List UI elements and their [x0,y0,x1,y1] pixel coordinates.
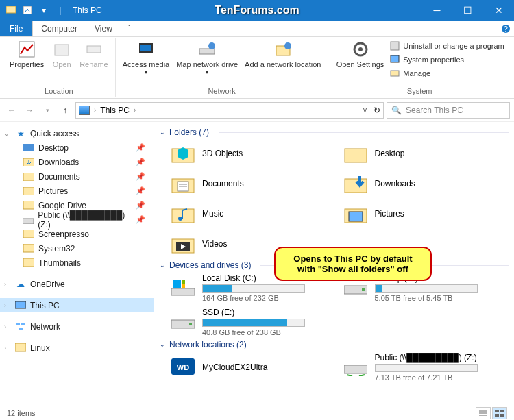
open-button[interactable]: Open [48,38,75,71]
tab-view[interactable]: View [86,21,121,36]
qat-dropdown-icon[interactable]: ▾ [38,5,49,16]
add-location-icon [273,40,293,59]
netloc-item[interactable]: WD MyCloudEX2Ultra [171,352,336,382]
pin-icon: 📌 [136,172,145,181]
manage-button[interactable]: Manage [388,67,505,79]
folder-label: Downloads [375,179,415,188]
svg-rect-20 [23,173,34,181]
netloc-item[interactable]: Public (\\█████████) (Z:)7.13 TB free of… [343,352,509,382]
svg-rect-52 [362,288,365,291]
sidebar-item-documents[interactable]: Documents📌 [0,169,154,184]
folder-icon [343,171,368,196]
details-view-button[interactable] [476,407,491,419]
folder-item[interactable]: Desktop [343,140,509,167]
sidebar-item-pictures[interactable]: Pictures📌 [0,184,154,198]
drive-free-text: 5.05 TB free of 5.45 TB [375,294,509,302]
folder-label: Pictures [375,209,404,219]
sidebar-item-downloads[interactable]: Downloads📌 [0,155,154,169]
media-icon [136,40,156,59]
svg-rect-34 [345,149,367,162]
svg-rect-28 [16,323,20,325]
folder-item[interactable]: Music [171,200,336,227]
group-folders[interactable]: ⌄Folders (7) [160,125,509,140]
back-button[interactable]: ← [4,103,19,118]
sidebar-item-thumbnails[interactable]: Thumbnails [0,256,154,270]
pc-icon [79,106,90,115]
ribbon-group-system: Open Settings Uninstall or change a prog… [328,38,511,97]
addr-dropdown-icon[interactable]: v [363,106,367,114]
group-netloc[interactable]: ⌄Network locations (2) [160,337,509,352]
ribbon-tabs: File Computer View ˇ ? [0,21,514,37]
close-button[interactable]: ✕ [483,0,514,21]
properties-button[interactable]: Properties [7,38,47,71]
sidebar-network[interactable]: ›Network [0,319,154,334]
star-icon: ★ [15,129,26,138]
add-location-button[interactable]: Add a network location [242,38,323,71]
pc-icon [15,301,26,310]
forward-button[interactable]: → [22,103,37,118]
qat-properties-icon[interactable] [22,5,33,16]
ribbon-collapse-button[interactable]: ˇ [121,21,138,36]
svg-text:WD: WD [177,363,189,371]
svg-rect-64 [500,414,504,417]
crumb-sep[interactable]: › [134,106,136,114]
sidebar-quick-access[interactable]: ⌄★Quick access [0,126,154,140]
system-properties-button[interactable]: System properties [388,53,505,66]
svg-rect-29 [21,323,25,325]
sidebar-onedrive[interactable]: ›☁OneDrive [0,277,154,291]
tab-computer[interactable]: Computer [32,21,86,36]
sidebar-item-public[interactable]: Public (\\█████████) (Z:)📌 [0,212,154,227]
folder-item[interactable]: 3D Objects [171,140,336,167]
file-tab[interactable]: File [0,21,32,36]
window-title: This PC [73,5,102,15]
folder-icon [23,258,34,268]
svg-rect-9 [199,49,215,54]
svg-rect-30 [19,328,23,330]
tiles-view-button[interactable] [492,407,507,419]
netloc-icon [343,357,368,378]
rename-button[interactable]: Rename [77,38,111,71]
minimize-button[interactable]: ─ [421,0,452,21]
maximize-button[interactable]: ☐ [452,0,483,21]
sidebar-thispc[interactable]: ›This PC [0,298,154,312]
uninstall-button[interactable]: Uninstall or change a program [388,40,505,52]
folder-label: Videos [202,239,227,249]
recent-button[interactable]: ▾ [40,103,55,118]
pin-icon: 📌 [136,201,145,210]
sidebar-linux[interactable]: ›Linux [0,341,154,355]
access-media-button[interactable]: Access media▾ [120,38,172,77]
manage-icon [389,68,400,79]
drive-item[interactable]: SSD (E:) 40.8 GB free of 238 GB [171,307,336,337]
svg-rect-17 [391,71,399,76]
folder-icon [171,201,195,226]
drive-free-text: 7.13 TB free of 7.21 TB [375,373,509,382]
folder-item[interactable]: Downloads [343,170,509,197]
folder-item[interactable]: Pictures [343,200,509,227]
sidebar-item-system32[interactable]: System32 [0,241,154,256]
svg-rect-21 [23,187,34,195]
folder-icon [171,141,195,166]
folder-item[interactable]: Documents [171,170,336,197]
open-settings-button[interactable]: Open Settings [334,38,387,71]
crumb-sep[interactable]: › [94,106,96,114]
search-input[interactable]: 🔍 Search This PC [387,102,510,119]
qat-divider: | [55,5,66,16]
map-drive-button[interactable]: Map network drive▾ [173,38,241,77]
svg-rect-18 [23,144,34,151]
breadcrumb[interactable]: This PC [100,106,130,115]
properties-icon [17,40,36,59]
refresh-button[interactable]: ↻ [374,106,380,115]
explorer-icon [5,5,16,16]
pin-icon: 📌 [136,143,145,152]
svg-rect-6 [87,46,101,53]
svg-rect-0 [6,6,16,13]
address-bar[interactable]: › This PC › v ↻ [75,102,384,119]
pin-icon: 📌 [136,186,145,195]
sidebar-item-desktop[interactable]: Desktop📌 [0,140,154,155]
folder-icon [23,201,34,210]
svg-rect-23 [23,219,34,224]
up-button[interactable]: ↑ [58,103,73,118]
help-button[interactable]: ? [498,21,514,36]
folder-icon [171,232,195,256]
pin-icon: 📌 [136,215,145,224]
